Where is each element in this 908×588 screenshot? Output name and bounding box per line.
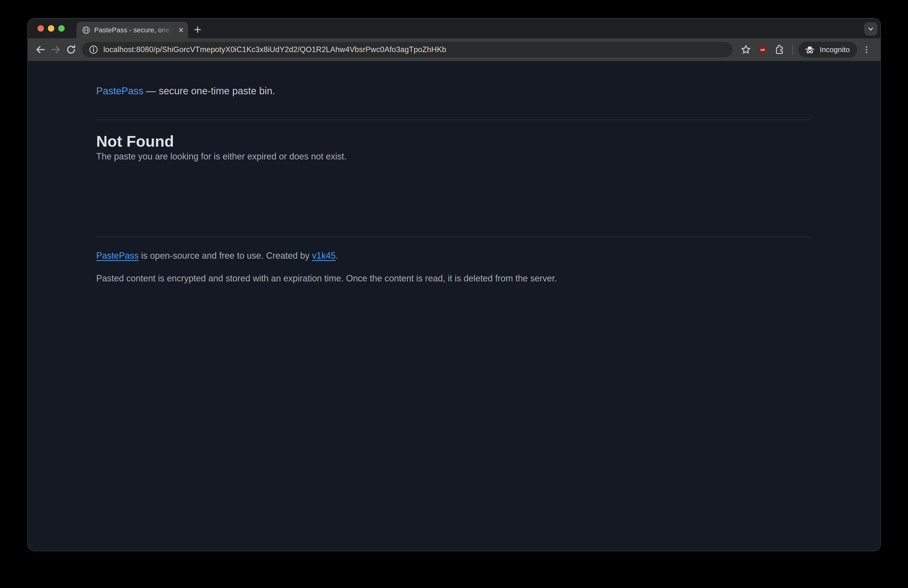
page-title: Not Found	[96, 133, 811, 149]
back-button[interactable]	[33, 42, 48, 57]
not-found-message: The paste you are looking for is either …	[96, 151, 811, 162]
page-viewport: PastePass — secure one-time paste bin. N…	[28, 62, 881, 551]
chevron-down-icon	[867, 25, 874, 32]
tab-strip: PastePass - secure, one-time × +	[28, 19, 881, 38]
tab-title: PastePass - secure, one-time	[94, 26, 176, 34]
page-container: PastePass — secure one-time paste bin. N…	[96, 62, 811, 284]
footer-description: Pasted content is encrypted and stored w…	[96, 273, 811, 284]
pastepass-footer-link[interactable]: PastePass	[96, 251, 138, 261]
kebab-menu-icon	[861, 45, 871, 55]
zoom-window-button[interactable]	[58, 25, 64, 32]
arrow-left-icon	[35, 44, 46, 55]
arrow-right-icon	[50, 44, 61, 55]
new-tab-button[interactable]: +	[190, 23, 205, 37]
url-text: localhost:8080/p/ShiGorcVTmepotyX0iC1Kc3…	[103, 45, 446, 54]
bookmark-button[interactable]	[739, 42, 753, 57]
author-link[interactable]: v1k45	[312, 251, 336, 261]
ublock-extension-button[interactable]: uo	[755, 42, 770, 57]
star-icon	[740, 44, 752, 55]
brand-link[interactable]: PastePass	[96, 85, 143, 96]
reload-button[interactable]	[63, 42, 79, 57]
globe-favicon-icon	[82, 26, 90, 34]
browser-menu-button[interactable]	[859, 42, 874, 57]
svg-text:uo: uo	[760, 47, 765, 52]
minimize-window-button[interactable]	[48, 25, 54, 32]
browser-toolbar: localhost:8080/p/ShiGorcVTmepotyX0iC1Kc3…	[28, 38, 881, 61]
window-controls	[37, 25, 64, 32]
reload-icon	[66, 44, 76, 55]
incognito-label: Incognito	[819, 45, 850, 54]
info-circle-icon[interactable]	[89, 45, 98, 55]
extensions-button[interactable]	[772, 42, 787, 57]
browser-tab[interactable]: PastePass - secure, one-time ×	[76, 22, 188, 38]
toolbar-separator	[792, 45, 793, 55]
footer-credits-period: .	[336, 251, 338, 261]
tab-close-icon[interactable]: ×	[179, 26, 184, 35]
footer-credits-text: is open-source and free to use. Created …	[138, 251, 312, 261]
tab-search-button[interactable]	[864, 22, 877, 35]
forward-button[interactable]	[48, 42, 63, 57]
toolbar-right-cluster: uo Incognito	[739, 42, 874, 58]
site-tagline: — secure one-time paste bin.	[143, 85, 275, 96]
header-divider	[96, 119, 811, 120]
close-window-button[interactable]	[37, 25, 44, 32]
incognito-hat-glasses-icon	[804, 44, 815, 55]
incognito-badge: Incognito	[799, 42, 857, 58]
address-bar[interactable]: localhost:8080/p/ShiGorcVTmepotyX0iC1Kc3…	[82, 42, 733, 57]
footer-divider	[96, 237, 811, 237]
ublock-shield-icon: uo	[757, 44, 768, 55]
site-header: PastePass — secure one-time paste bin.	[96, 62, 811, 97]
footer-credits: PastePass is open-source and free to use…	[96, 250, 811, 261]
puzzle-icon	[774, 44, 785, 55]
browser-window: PastePass - secure, one-time × +	[28, 19, 881, 551]
